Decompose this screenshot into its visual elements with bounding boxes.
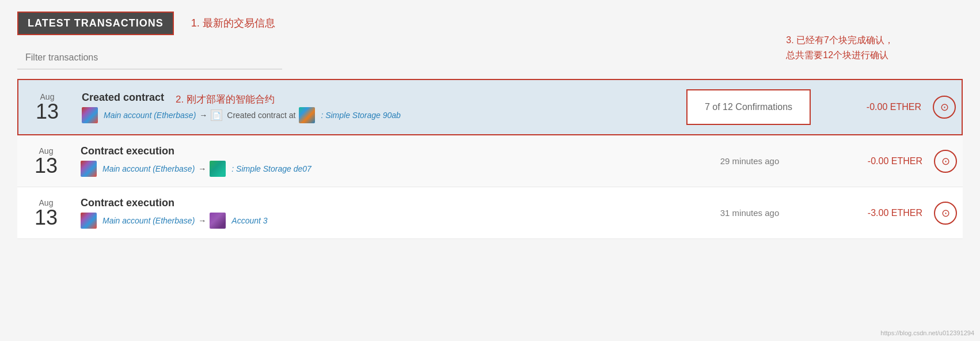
tx-detail-btn-3[interactable]: ⊙ (934, 202, 957, 225)
tx-type-2: Contract execution (81, 145, 658, 157)
annotation-2: 2. 刚才部署的智能合约 (176, 93, 275, 106)
tx-time-3: 31 minutes ago (720, 208, 780, 218)
transaction-row-3: Aug 13 Contract execution Main account (… (17, 187, 963, 239)
tx-from-link-2[interactable]: Main account (Etherbase) (102, 164, 195, 173)
tx-info-1: Created contract 2. 刚才部署的智能合约 Main accou… (82, 92, 656, 123)
tx-from-link-1[interactable]: Main account (Etherbase) (104, 111, 196, 120)
page-title: LATEST TRANSACTIONS (28, 17, 164, 29)
tx-details-3: Main account (Etherbase) → Account 3 (81, 213, 658, 229)
tx-to-link-1[interactable]: : Simple Storage 90ab (321, 111, 401, 120)
tx-status-1: 7 of 12 Confirmations (656, 89, 841, 125)
annotation-1: 1. 最新的交易信息 (191, 16, 275, 30)
avatar-from-3 (81, 213, 97, 229)
avatar-to-3 (210, 213, 226, 229)
filter-input[interactable] (17, 47, 282, 70)
confirmations-box: 7 of 12 Confirmations (686, 89, 811, 125)
tx-amount-2: -0.00 ETHER (842, 156, 922, 166)
tx-date-3: Aug 13 (23, 198, 69, 228)
tx-type-1: Created contract (82, 92, 164, 104)
tx-to-link-3[interactable]: Account 3 (231, 216, 267, 225)
avatar-to-1 (299, 107, 315, 123)
tx-amount-1: -0.00 ETHER (841, 102, 921, 112)
tx-day-3: 13 (35, 206, 58, 229)
tx-day-2: 13 (35, 154, 58, 177)
tx-date-2: Aug 13 (23, 146, 69, 176)
tx-from-link-3[interactable]: Main account (Etherbase) (102, 216, 195, 225)
tx-to-link-2[interactable]: : Simple Storage de07 (231, 164, 312, 173)
tx-detail-btn-1[interactable]: ⊙ (933, 96, 956, 119)
confirmations-text: 7 of 12 Confirmations (705, 102, 792, 112)
tx-details-1: Main account (Etherbase) → 📄 Created con… (82, 107, 656, 123)
tx-info-3: Contract execution Main account (Etherba… (81, 197, 658, 229)
avatar-from-1 (82, 107, 98, 123)
footer-url: https://blog.csdn.net/u012391294 (880, 329, 974, 336)
tx-info-2: Contract execution Main account (Etherba… (81, 145, 658, 177)
tx-amount-3: -3.00 ETHER (842, 208, 922, 218)
tx-arrow-3: → (198, 216, 206, 225)
tx-date-1: Aug 13 (24, 92, 70, 122)
tx-to-label-1: Created contract at (227, 111, 295, 120)
filter-area (17, 47, 963, 70)
title-box: LATEST TRANSACTIONS (17, 12, 174, 35)
tx-detail-btn-2[interactable]: ⊙ (934, 150, 957, 173)
tx-arrow-1: → (199, 111, 207, 120)
transaction-row-2: Aug 13 Contract execution Main account (… (17, 135, 963, 187)
avatar-from-2 (81, 161, 97, 177)
tx-type-3: Contract execution (81, 197, 658, 209)
avatar-to-2 (210, 161, 226, 177)
tx-status-3: 31 minutes ago (658, 208, 842, 218)
tx-details-2: Main account (Etherbase) → : Simple Stor… (81, 161, 658, 177)
header-area: LATEST TRANSACTIONS 1. 最新的交易信息 (17, 12, 963, 35)
tx-arrow-2: → (198, 164, 206, 173)
tx-time-2: 29 minutes ago (720, 156, 780, 166)
transaction-row-1: Aug 13 Created contract 2. 刚才部署的智能合约 Mai… (17, 79, 963, 135)
transactions-container: 3. 已经有7个块完成确认， 总共需要12个块进行确认 Aug 13 Creat… (17, 79, 963, 239)
contract-icon-1: 📄 (211, 109, 222, 121)
tx-day-1: 13 (36, 100, 59, 123)
tx-status-2: 29 minutes ago (658, 156, 842, 166)
